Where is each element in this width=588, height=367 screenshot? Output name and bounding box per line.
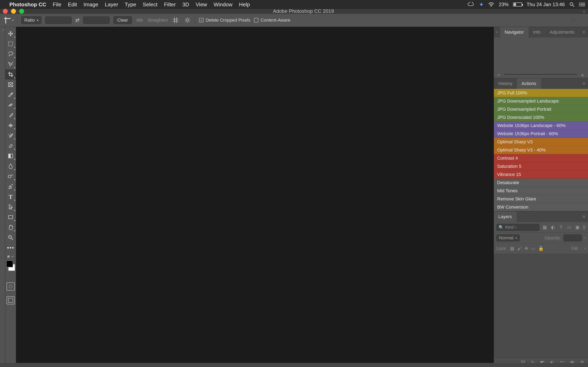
lock-position-icon[interactable]: ✥ [525,246,528,251]
menu-list-icon[interactable] [579,2,585,7]
brush-tool[interactable] [5,110,16,120]
reset-crop-icon[interactable]: ↺ [570,16,576,24]
panel-menu-icon[interactable]: ≡ [580,78,588,89]
delete-cropped-checkbox[interactable]: Delete Cropped Pixels [199,17,250,23]
menu-type[interactable]: Type [125,1,136,8]
quick-select-tool[interactable] [5,59,16,69]
foreground-color-swatch[interactable] [6,260,13,267]
actions-list[interactable]: JPG Full 100%JPG Downsampled LandscapeJP… [494,89,588,211]
action-item[interactable]: BW Conversion [494,203,588,211]
screen-mode-button[interactable] [7,296,15,304]
action-item[interactable]: JPG Downscaled 100% [494,113,588,122]
lock-transparent-icon[interactable]: ▩ [510,246,514,251]
tab-layers[interactable]: Layers [494,211,517,222]
tab-history[interactable]: History [494,78,517,89]
move-tool[interactable] [5,29,16,39]
action-item[interactable]: Saturation 5 [494,162,588,170]
menubar-datetime[interactable]: Thu 24 Jan 13:46 [527,2,565,7]
collapse-panels-icon[interactable]: « [583,9,585,14]
zoom-out-mountain-icon[interactable]: ▲ [497,72,501,77]
action-item[interactable]: Mid Tones [494,187,588,195]
action-item[interactable]: Desaturate [494,179,588,187]
menu-help[interactable]: Help [239,1,250,8]
blur-tool[interactable] [5,161,16,171]
layers-list-area[interactable] [494,254,588,358]
menu-file[interactable]: File [53,1,61,8]
clear-button[interactable]: Clear [113,16,132,24]
action-item[interactable]: Contrast 4 [494,154,588,162]
dodge-tool[interactable] [5,171,16,182]
menu-window[interactable]: Window [214,1,232,8]
history-brush-tool[interactable] [5,131,16,141]
filter-adjust-icon[interactable]: ◐ [550,225,556,230]
action-item[interactable]: JPG Full 100% [494,89,588,97]
tab-actions[interactable]: Actions [517,78,541,89]
filter-type-icon[interactable]: T [558,225,564,230]
zoom-slider[interactable] [504,74,577,75]
eyedropper-tool[interactable] [5,90,16,100]
crop-overlay-icon[interactable] [172,16,180,24]
tab-info[interactable]: Info [528,27,545,38]
aspect-ratio-dropdown[interactable]: Ratio ▾ [21,16,42,24]
filter-toggle-icon[interactable] [583,225,586,230]
filter-pixel-icon[interactable]: ▦ [542,225,548,230]
crop-options-gear-icon[interactable] [183,16,191,24]
lasso-tool[interactable] [5,49,16,59]
panel-menu-icon[interactable]: ≡ [580,211,588,222]
tab-navigator[interactable]: Navigator [500,27,528,38]
straighten-icon[interactable] [136,16,144,24]
layer-filter-kind-dropdown[interactable]: 🔍 Kind ▾ [496,224,539,231]
marquee-tool[interactable] [5,39,16,49]
menu-select[interactable]: Select [143,1,157,8]
crop-tool[interactable] [5,69,16,80]
lock-pixels-icon[interactable]: 🖌 [517,246,522,251]
swap-dimensions-icon[interactable]: ⇄ [75,17,79,23]
blend-mode-dropdown[interactable]: Normal ▾ [496,234,520,242]
opacity-input[interactable] [563,234,582,242]
filter-smart-icon[interactable]: ▣ [575,225,580,230]
cc-sync-icon[interactable] [467,2,475,7]
straighten-button[interactable]: Straighten [147,16,168,24]
path-select-tool[interactable] [5,202,16,212]
action-item[interactable]: Remove Skin Glare [494,195,588,203]
action-item[interactable]: Optimal Sharp V3 - 40% [494,146,588,154]
panel-close-icon[interactable]: × [494,27,500,38]
tool-preset-picker[interactable]: ▾ [4,17,14,24]
frame-tool[interactable] [5,80,16,90]
menu-edit[interactable]: Edit [68,1,77,8]
menu-layer[interactable]: Layer [105,1,118,8]
swap-colors-icon[interactable]: ⤾ [11,254,14,258]
crop-width-input[interactable] [45,17,72,24]
eraser-tool[interactable] [5,141,16,151]
menu-view[interactable]: View [196,1,207,8]
healing-brush-tool[interactable] [5,100,16,110]
action-item[interactable]: Vibrance 15 [494,170,588,179]
window-minimize-button[interactable] [11,9,16,14]
hand-tool[interactable] [5,222,16,233]
color-swatches[interactable] [6,260,16,271]
zoom-in-mountain-icon[interactable]: ▲ [580,71,585,78]
action-item[interactable]: Website 1536px Portrait - 60% [494,130,588,138]
window-close-button[interactable] [3,9,8,14]
filter-shape-icon[interactable]: ▭ [566,225,572,230]
type-tool[interactable]: T [5,192,16,202]
battery-icon[interactable] [513,2,522,7]
content-aware-checkbox[interactable]: Content-Aware [254,17,290,23]
menu-filter[interactable]: Filter [164,1,176,8]
panel-menu-icon[interactable]: ≡ [580,27,588,38]
pen-tool[interactable] [5,182,16,192]
edit-toolbar-button[interactable]: ••• [5,243,16,253]
wifi-icon[interactable] [488,2,494,7]
butterfly-icon[interactable]: ✦ [479,1,484,8]
menu-image[interactable]: Image [84,1,98,8]
clone-stamp-tool[interactable] [5,120,16,131]
action-item[interactable]: Optimal Sharp V3 [494,138,588,146]
action-item[interactable]: Website 1536px Landscape - 60% [494,122,588,130]
lock-all-icon[interactable]: 🔒 [538,246,544,251]
gradient-tool[interactable] [5,151,16,161]
menu-3d[interactable]: 3D [182,1,189,8]
window-zoom-button[interactable] [19,9,24,14]
app-name[interactable]: Photoshop CC [9,1,46,8]
action-item[interactable]: JPG Downsampled Portrait [494,105,588,113]
canvas-area[interactable] [16,27,494,367]
